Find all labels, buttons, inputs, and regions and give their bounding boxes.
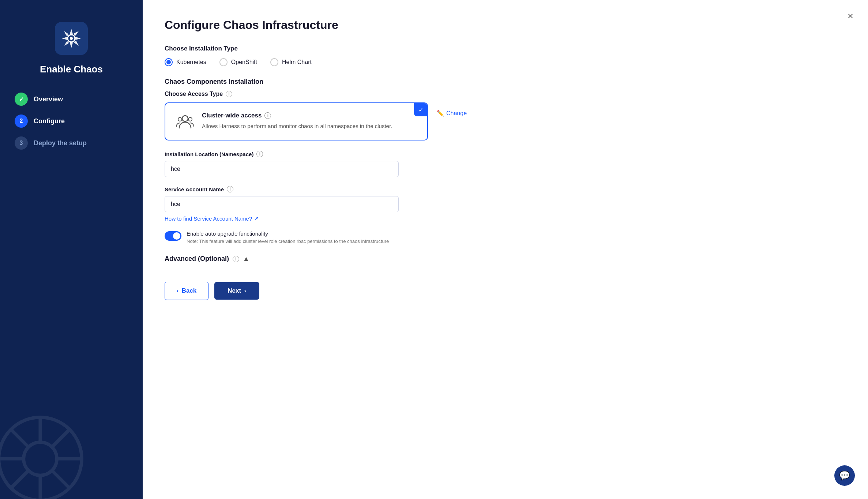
access-card-title: Cluster-wide access i xyxy=(202,112,392,119)
sidebar-logo xyxy=(55,22,88,55)
step-indicator-configure: 2 xyxy=(15,115,28,128)
service-account-help-link[interactable]: How to find Service Account Name? ↗ xyxy=(165,215,846,222)
cluster-access-info-icon[interactable]: i xyxy=(264,112,271,119)
sidebar-item-overview[interactable]: ✓ Overview xyxy=(15,93,128,106)
change-access-type-button[interactable]: ✏️ Change xyxy=(437,102,467,117)
next-chevron-icon: › xyxy=(244,287,246,294)
edit-icon: ✏️ xyxy=(437,110,444,117)
chaos-components-title: Chaos Components Installation xyxy=(165,78,846,86)
radio-helm-chart-label: Helm Chart xyxy=(282,59,312,65)
sidebar-item-deploy[interactable]: 3 Deploy the setup xyxy=(15,136,128,150)
namespace-field-group: Installation Location (Namespace) i xyxy=(165,151,846,177)
radio-openshift-circle xyxy=(219,58,228,66)
action-buttons: ‹ Back Next › xyxy=(165,276,846,300)
chat-icon: 💬 xyxy=(839,470,850,481)
installation-type-options: Kubernetes OpenShift Helm Chart xyxy=(165,58,846,66)
main-content: × Configure Chaos Infrastructure Choose … xyxy=(143,0,868,499)
advanced-toggle[interactable]: Advanced (Optional) i ▲ xyxy=(165,255,846,263)
sidebar-watermark xyxy=(0,397,102,499)
access-card-text: Cluster-wide access i Allows Harness to … xyxy=(202,112,392,131)
svg-line-16 xyxy=(11,429,29,447)
back-chevron-icon: ‹ xyxy=(177,287,179,294)
svg-line-19 xyxy=(11,471,29,488)
chat-button[interactable]: 💬 xyxy=(834,465,855,486)
svg-point-21 xyxy=(178,117,182,121)
sidebar-item-configure[interactable]: 2 Configure xyxy=(15,115,128,128)
sidebar: Enable Chaos ✓ Overview 2 Configure 3 De… xyxy=(0,0,143,499)
svg-marker-7 xyxy=(64,31,68,36)
radio-openshift-label: OpenShift xyxy=(231,59,257,65)
service-account-field-label: Service Account Name i xyxy=(165,186,846,192)
namespace-info-icon[interactable]: i xyxy=(256,151,263,157)
sidebar-title: Enable Chaos xyxy=(40,64,103,75)
radio-kubernetes-circle xyxy=(165,58,173,66)
svg-point-22 xyxy=(188,117,192,121)
radio-kubernetes[interactable]: Kubernetes xyxy=(165,58,206,66)
auto-upgrade-toggle[interactable] xyxy=(165,231,181,241)
advanced-section: Advanced (Optional) i ▲ xyxy=(165,255,846,263)
svg-line-17 xyxy=(52,471,70,488)
access-card-content: Cluster-wide access i Allows Harness to … xyxy=(176,112,417,131)
radio-openshift[interactable]: OpenShift xyxy=(219,58,257,66)
auto-upgrade-text: Enable auto upgrade functionality Note: … xyxy=(187,230,389,245)
external-link-icon: ↗ xyxy=(254,215,259,222)
auto-upgrade-row: Enable auto upgrade functionality Note: … xyxy=(165,230,846,245)
back-button[interactable]: ‹ Back xyxy=(165,282,208,300)
step-indicator-overview: ✓ xyxy=(15,93,28,106)
advanced-label: Advanced (Optional) xyxy=(165,255,229,263)
access-card-checkmark: ✓ xyxy=(414,103,427,116)
next-button[interactable]: Next › xyxy=(214,282,259,300)
step-label-deploy: Deploy the setup xyxy=(34,139,87,147)
access-card-cluster-wide[interactable]: ✓ Cluster-wide access xyxy=(165,102,428,140)
radio-helm-chart[interactable]: Helm Chart xyxy=(270,58,312,66)
svg-marker-4 xyxy=(74,31,79,35)
auto-upgrade-label: Enable auto upgrade functionality xyxy=(187,230,389,237)
access-card-wrapper: ✓ Cluster-wide access xyxy=(165,102,846,140)
advanced-info-icon[interactable]: i xyxy=(233,256,239,262)
svg-point-20 xyxy=(182,116,188,121)
cluster-access-icon xyxy=(176,112,195,131)
svg-marker-5 xyxy=(74,41,79,46)
installation-type-label: Choose Installation Type xyxy=(165,45,846,52)
svg-point-9 xyxy=(70,37,73,40)
service-account-field-group: Service Account Name i How to find Servi… xyxy=(165,186,846,222)
step-label-overview: Overview xyxy=(34,95,63,103)
step-indicator-deploy: 3 xyxy=(15,136,28,150)
svg-point-11 xyxy=(24,442,57,476)
access-type-info-icon[interactable]: i xyxy=(226,91,232,97)
namespace-input[interactable] xyxy=(165,161,399,177)
service-account-info-icon[interactable]: i xyxy=(227,186,233,192)
sidebar-steps: ✓ Overview 2 Configure 3 Deploy the setu… xyxy=(15,93,128,150)
svg-line-18 xyxy=(52,429,70,447)
service-account-input[interactable] xyxy=(165,196,399,212)
radio-kubernetes-label: Kubernetes xyxy=(176,59,206,65)
step-label-configure: Configure xyxy=(34,117,65,125)
page-title: Configure Chaos Infrastructure xyxy=(165,18,846,32)
namespace-field-label: Installation Location (Namespace) i xyxy=(165,151,846,157)
auto-upgrade-note: Note: This feature will add cluster leve… xyxy=(187,238,389,245)
access-card-description: Allows Harness to perform and monitor ch… xyxy=(202,122,392,131)
chevron-up-icon: ▲ xyxy=(243,255,249,263)
radio-helm-chart-circle xyxy=(270,58,278,66)
close-button[interactable]: × xyxy=(848,11,853,21)
svg-marker-6 xyxy=(64,41,69,46)
choose-access-type-label: Choose Access Type i xyxy=(165,91,846,97)
